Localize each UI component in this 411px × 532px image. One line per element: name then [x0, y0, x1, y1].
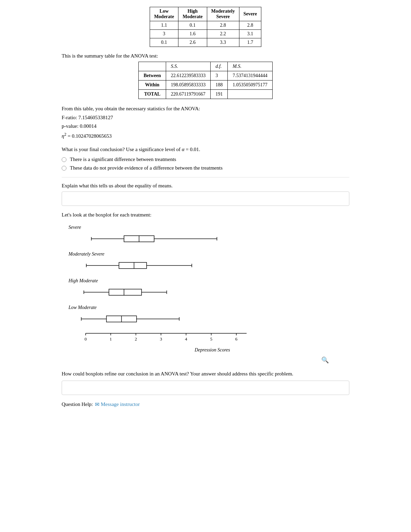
envelope-icon: ✉	[95, 401, 99, 408]
boxplot-item: Low Moderate	[68, 305, 349, 327]
top-data-table: LowModerate HighModerate ModeratelySever…	[62, 7, 349, 47]
f-ratio-value: 7.154605338127	[78, 115, 113, 120]
divider-1	[62, 177, 349, 177]
anova-row-label: Between	[139, 71, 166, 81]
boxplot-label: High Moderate	[68, 278, 349, 284]
anova-table-row: TOTAL220.67119791667191	[139, 90, 273, 99]
question-help: Question Help: ✉ Message instructor	[62, 401, 349, 408]
p-value-value: 0.00014	[80, 123, 97, 129]
radio-option-1[interactable]: There is a significant difference betwee…	[62, 157, 349, 162]
conclusion-section: What is your final conclusion? Use a sig…	[62, 147, 349, 171]
question-help-label: Question Help:	[62, 401, 93, 407]
howcould-section: How could boxplots refine our conclusion…	[62, 370, 349, 395]
top-table-row: 1.10.12.82.8	[150, 21, 261, 30]
anova-table-row: Within198.058958333331881.0535050975177	[139, 81, 273, 90]
top-table-cell: 1.7	[239, 38, 261, 47]
explain-label: Explain what this tells us about the equ…	[62, 183, 349, 189]
top-table-cell: 3.3	[207, 38, 239, 47]
radio-circle-1[interactable]	[62, 157, 66, 162]
boxplot-label: Moderately Severe	[68, 251, 349, 257]
col-header-low-moderate: LowModerate	[150, 7, 178, 21]
p-value-line: p-value: 0.00014	[62, 122, 349, 131]
boxplot-svg	[68, 285, 247, 299]
svg-text:3: 3	[160, 336, 162, 342]
svg-text:0: 0	[85, 336, 87, 342]
message-instructor-label: Message instructor	[101, 401, 140, 407]
howcould-input[interactable]	[62, 381, 349, 395]
anova-df: 3	[211, 71, 228, 81]
anova-table-row: Between22.61223958333337.5374131944444	[139, 71, 273, 81]
anova-table: S.S. d.f. M.S. Between22.61223958333337.…	[138, 62, 273, 99]
anova-section: This is the summary table for the ANOVA …	[62, 53, 349, 99]
boxplot-container: SevereModerately SevereHigh ModerateLow …	[68, 225, 349, 353]
top-table-cell: 0.1	[150, 38, 178, 47]
anova-ss: 22.612239583333	[166, 71, 211, 81]
top-table-cell: 1.1	[150, 21, 178, 30]
howcould-text: How could boxplots refine our conclusion…	[62, 370, 349, 378]
anova-ss: 220.67119791667	[166, 90, 211, 99]
boxplot-item: Severe	[68, 225, 349, 247]
svg-rect-8	[119, 262, 147, 269]
anova-row-label: TOTAL	[139, 90, 166, 99]
explain-section: Explain what this tells us about the equ…	[62, 183, 349, 206]
anova-col-empty	[139, 62, 166, 71]
anova-ss: 198.05895833333	[166, 81, 211, 90]
top-table-cell: 3	[150, 30, 178, 38]
top-table-row: 31.62.23.1	[150, 30, 261, 38]
boxplot-item: High Moderate	[68, 278, 349, 300]
magnifier-hint: 🔍	[62, 356, 329, 364]
radio-label-2: These data do not provide evidence of a …	[70, 165, 223, 171]
top-table-row: 0.12.63.31.7	[150, 38, 261, 47]
anova-df: 191	[211, 90, 228, 99]
radio-option-2[interactable]: These data do not provide evidence of a …	[62, 165, 349, 171]
anova-ms: 7.5374131944444	[228, 71, 273, 81]
top-table-cell: 2.2	[207, 30, 239, 38]
radio-label-1: There is a significant difference betwee…	[70, 157, 176, 162]
p-value-label: p-value:	[62, 123, 80, 129]
svg-rect-14	[109, 289, 141, 295]
anova-row-label: Within	[139, 81, 166, 90]
top-table-cell: 0.1	[178, 21, 207, 30]
eta-line: η2 = 0.10247028065653	[62, 131, 349, 141]
eta-equals: =	[66, 133, 72, 139]
boxplot-label: Severe	[68, 225, 349, 230]
svg-text:6: 6	[235, 336, 238, 342]
eta-value: 0.10247028065653	[72, 133, 112, 139]
stats-intro: From this table, you obtain the necessar…	[62, 104, 349, 113]
boxplot-intro: Let's look at the boxplot for each treat…	[62, 212, 349, 218]
svg-text:4: 4	[185, 336, 187, 342]
top-table-cell: 2.8	[207, 21, 239, 30]
message-instructor-link[interactable]: ✉ Message instructor	[95, 401, 140, 408]
anova-ms: 1.0535050975177	[228, 81, 273, 90]
stats-section: From this table, you obtain the necessar…	[62, 104, 349, 140]
boxplot-item: Moderately Severe	[68, 251, 349, 273]
svg-text:1: 1	[110, 336, 112, 342]
anova-ms	[228, 90, 273, 99]
anova-intro: This is the summary table for the ANOVA …	[62, 53, 349, 59]
boxplot-svg	[68, 258, 247, 272]
anova-col-df: d.f.	[211, 62, 228, 71]
xaxis-label: Depression Scores	[75, 347, 349, 353]
boxplot-svg	[68, 232, 247, 245]
xaxis-svg: 0123456	[75, 332, 253, 345]
magnifier-icon: 🔍	[321, 356, 329, 364]
boxplot-label: Low Moderate	[68, 305, 349, 310]
xaxis-wrapper: 0123456 Depression Scores	[75, 332, 349, 353]
svg-text:5: 5	[210, 336, 212, 342]
col-header-severe: Severe	[239, 7, 261, 21]
anova-df: 188	[211, 81, 228, 90]
anova-col-ms: M.S.	[228, 62, 273, 71]
top-table-cell: 2.8	[239, 21, 261, 30]
f-ratio-line: F-ratio: 7.154605338127	[62, 113, 349, 122]
data-table: LowModerate HighModerate ModeratelySever…	[150, 7, 261, 47]
explain-input[interactable]	[62, 191, 349, 206]
col-header-high-moderate: HighModerate	[178, 7, 207, 21]
conclusion-question: What is your final conclusion? Use a sig…	[62, 147, 349, 152]
radio-circle-2[interactable]	[62, 166, 66, 171]
anova-col-ss: S.S.	[166, 62, 211, 71]
col-header-mod-severe: ModeratelySevere	[207, 7, 239, 21]
boxplot-svg	[68, 312, 247, 325]
f-ratio-label: F-ratio:	[62, 115, 78, 120]
svg-text:2: 2	[135, 336, 137, 342]
boxplot-section: Let's look at the boxplot for each treat…	[62, 212, 349, 364]
